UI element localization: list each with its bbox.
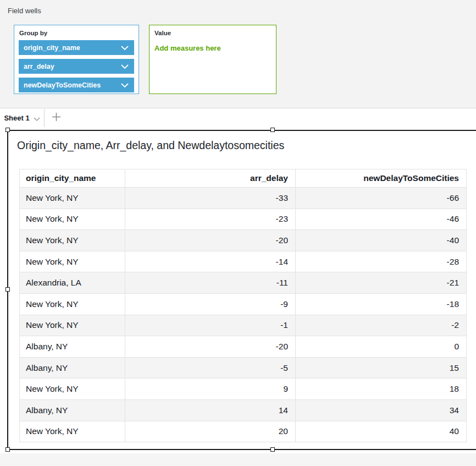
table-cell[interactable]: 40 xyxy=(296,421,467,442)
table-cell[interactable]: New York, NY xyxy=(20,315,125,336)
table-cell[interactable]: -2 xyxy=(296,315,467,336)
table-cell[interactable]: Alexandria, LA xyxy=(20,272,125,294)
table-cell[interactable]: 14 xyxy=(125,399,296,421)
table-row[interactable]: New York, NY918 xyxy=(20,379,467,400)
table-cell[interactable]: 0 xyxy=(296,336,467,358)
visual-title[interactable]: Origin_city_name, Arr_delay, and Newdela… xyxy=(17,139,284,152)
value-well[interactable]: Value Add measures here xyxy=(149,25,276,94)
chevron-down-icon[interactable] xyxy=(34,113,40,123)
table-cell[interactable]: 18 xyxy=(296,379,467,400)
table-cell[interactable]: Albany, NY xyxy=(20,336,125,358)
column-header-origin-city-name[interactable]: origin_city_name xyxy=(20,169,125,188)
table-cell[interactable]: 15 xyxy=(296,357,467,379)
group-by-well[interactable]: Group by origin_city_name arr_delay newD… xyxy=(14,25,139,94)
table-visual-body: origin_city_name arr_delay newDelayToSom… xyxy=(19,169,467,442)
table-cell[interactable]: 20 xyxy=(125,421,296,442)
table-row[interactable]: Albany, NY-200 xyxy=(20,336,467,358)
table-row[interactable]: New York, NY-20-40 xyxy=(20,230,467,251)
table-cell[interactable]: -18 xyxy=(296,293,467,315)
table-row[interactable]: New York, NY-33-66 xyxy=(20,188,467,209)
table-cell[interactable]: -11 xyxy=(125,272,296,294)
table-row[interactable]: New York, NY2040 xyxy=(20,421,467,442)
table-row[interactable]: New York, NY-1-2 xyxy=(20,315,467,336)
plus-icon xyxy=(52,112,61,124)
table-cell[interactable]: 34 xyxy=(296,399,467,421)
table-cell[interactable]: -20 xyxy=(125,230,296,251)
table-cell[interactable]: Albany, NY xyxy=(20,357,125,379)
table-cell[interactable]: -46 xyxy=(296,209,467,230)
chevron-down-icon[interactable] xyxy=(121,64,129,69)
table-cell[interactable]: New York, NY xyxy=(20,251,125,272)
tab-sheet-1[interactable]: Sheet 1 xyxy=(0,109,45,127)
add-measures-hint: Add measures here xyxy=(154,44,276,52)
chevron-down-icon[interactable] xyxy=(121,83,129,87)
table-row[interactable]: Alexandria, LA-11-21 xyxy=(20,272,467,294)
sheet-tab-bar: Sheet 1 xyxy=(0,109,476,127)
table-cell[interactable]: -9 xyxy=(125,293,296,315)
table-row[interactable]: New York, NY-14-28 xyxy=(20,251,467,272)
resize-handle-top-center[interactable] xyxy=(270,128,275,132)
table-cell[interactable]: -66 xyxy=(296,188,467,209)
table-cell[interactable]: -40 xyxy=(296,230,467,251)
table-cell[interactable]: New York, NY xyxy=(20,421,125,442)
field-pill-new-delay-to-some-cities[interactable]: newDelayToSomeCities xyxy=(19,78,134,92)
group-by-label: Group by xyxy=(14,25,139,36)
table-cell[interactable]: Albany, NY xyxy=(20,399,125,421)
table-cell[interactable]: New York, NY xyxy=(20,293,125,315)
column-header-arr-delay[interactable]: arr_delay xyxy=(125,169,296,188)
table-cell[interactable]: -5 xyxy=(125,357,296,379)
table-cell[interactable]: New York, NY xyxy=(20,209,125,230)
table-row[interactable]: Albany, NY1434 xyxy=(20,399,467,421)
table-cell[interactable]: -14 xyxy=(125,251,296,272)
table-body: New York, NY-33-66New York, NY-23-46New … xyxy=(20,188,467,442)
table-visual[interactable]: Origin_city_name, Arr_delay, and Newdela… xyxy=(7,130,476,450)
sheet-tab-label: Sheet 1 xyxy=(4,114,29,122)
data-table: origin_city_name arr_delay newDelayToSom… xyxy=(19,169,467,442)
table-row[interactable]: New York, NY-23-46 xyxy=(20,209,467,230)
table-row[interactable]: New York, NY-9-18 xyxy=(20,293,467,315)
canvas-bottom-strip xyxy=(0,453,476,466)
field-pill-origin-city-name[interactable]: origin_city_name xyxy=(19,40,134,55)
table-cell[interactable]: -1 xyxy=(125,315,296,336)
add-sheet-button[interactable] xyxy=(45,109,68,127)
field-pill-label: newDelayToSomeCities xyxy=(24,81,101,89)
table-cell[interactable]: -20 xyxy=(125,336,296,358)
resize-handle-bottom-left[interactable] xyxy=(5,447,10,452)
value-label: Value xyxy=(150,25,276,36)
field-wells-panel: Field wells Group by origin_city_name ar… xyxy=(0,0,476,108)
resize-handle-top-left[interactable] xyxy=(5,128,10,132)
resize-handle-middle-left[interactable] xyxy=(5,287,10,292)
table-cell[interactable]: -23 xyxy=(125,209,296,230)
table-cell[interactable]: New York, NY xyxy=(20,379,125,400)
resize-handle-bottom-center[interactable] xyxy=(270,447,275,452)
table-cell[interactable]: -33 xyxy=(125,188,296,209)
table-cell[interactable]: New York, NY xyxy=(20,230,125,251)
chevron-down-icon[interactable] xyxy=(121,46,129,50)
table-cell[interactable]: -28 xyxy=(296,251,467,272)
field-pill-label: origin_city_name xyxy=(24,44,80,52)
table-cell[interactable]: 9 xyxy=(125,379,296,400)
field-pill-arr-delay[interactable]: arr_delay xyxy=(19,59,134,74)
field-wells-title: Field wells xyxy=(8,7,41,15)
table-header-row: origin_city_name arr_delay newDelayToSom… xyxy=(20,169,467,188)
field-pill-label: arr_delay xyxy=(24,63,54,70)
column-header-new-delay-to-some-cities[interactable]: newDelayToSomeCities xyxy=(296,169,467,188)
table-cell[interactable]: -21 xyxy=(296,272,467,294)
table-row[interactable]: Albany, NY-515 xyxy=(20,357,467,379)
table-cell[interactable]: New York, NY xyxy=(20,188,125,209)
